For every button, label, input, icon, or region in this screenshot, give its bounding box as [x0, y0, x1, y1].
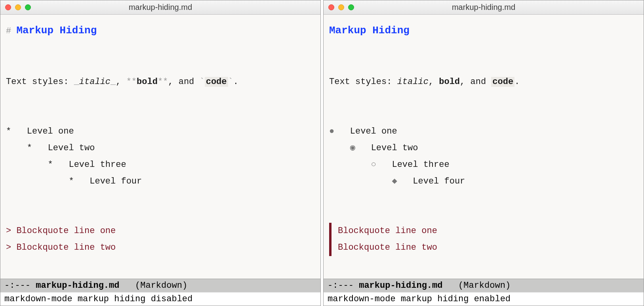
list-item-1: Level one	[350, 126, 397, 136]
sep2: , and	[460, 77, 491, 87]
minibuffer-right: markdown-mode markup hiding enabled	[324, 292, 644, 306]
list-item-4: Level four	[90, 176, 142, 186]
titlebar-left: markup-hiding.md	[0, 0, 320, 15]
traffic-lights	[5, 4, 31, 10]
list3-bullet: *	[6, 160, 69, 170]
text-prefix: Text styles:	[6, 77, 74, 87]
editor-left[interactable]: # Markup Hiding Text styles: _italic_, *…	[0, 15, 320, 279]
bold-text: bold	[137, 77, 158, 87]
blockquote-line-2: Blockquote line two	[338, 243, 437, 252]
minimize-icon[interactable]	[15, 4, 21, 10]
modeline-right: -:--- markup-hiding.md (Markdown)	[324, 279, 644, 292]
traffic-lights	[328, 4, 354, 10]
list-item-1: Level one	[27, 126, 74, 136]
italic-text: italic	[397, 77, 429, 87]
modeline-suffix: (Markdown)	[442, 281, 511, 291]
code-tick-close: `	[228, 77, 233, 87]
sep1: ,	[429, 77, 439, 87]
code-tick-open: `	[200, 77, 205, 87]
modeline-prefix: -:---	[328, 281, 359, 291]
italic-delim-close: _	[111, 77, 116, 87]
heading-text: Markup Hiding	[16, 25, 97, 36]
bullet-3-icon: ○	[329, 160, 392, 170]
modeline-prefix: -:---	[4, 281, 36, 291]
titlebar-right: markup-hiding.md	[324, 0, 644, 15]
window-title-right: markup-hiding.md	[324, 3, 644, 12]
sep1: ,	[116, 77, 126, 87]
fullscreen-icon[interactable]	[25, 4, 31, 10]
bullet-1-icon: ●	[329, 126, 350, 136]
code-text: code	[491, 77, 514, 87]
modeline-suffix: (Markdown)	[119, 281, 187, 291]
bold-delim-close: **	[158, 77, 168, 87]
window-title-left: markup-hiding.md	[0, 3, 320, 12]
period1: .	[514, 77, 520, 87]
modeline-file: markup-hiding.md	[36, 281, 119, 291]
right-pane: markup-hiding.md Markup Hiding Text styl…	[323, 0, 644, 306]
text-prefix: Text styles:	[329, 77, 397, 87]
modeline-file: markup-hiding.md	[359, 281, 442, 291]
fullscreen-icon[interactable]	[348, 4, 354, 10]
list-item-4: Level four	[413, 176, 465, 186]
bullet-4-icon: ◆	[329, 176, 413, 186]
heading-marker: #	[6, 26, 16, 36]
blockquote-line-1: Blockquote line one	[338, 226, 437, 236]
heading-text: Markup Hiding	[329, 25, 410, 36]
minimize-icon[interactable]	[338, 4, 344, 10]
editor-right[interactable]: Markup Hiding Text styles: italic, bold,…	[324, 15, 644, 279]
bullet-2-icon: ◉	[329, 143, 371, 153]
list-item-3: Level three	[69, 160, 126, 170]
minibuffer-left: markdown-mode markup hiding disabled	[0, 292, 320, 306]
list-item-3: Level three	[392, 160, 449, 170]
bold-text: bold	[439, 77, 460, 87]
code-text: code	[205, 77, 228, 87]
blockquote-line-1: Blockquote line one	[16, 226, 116, 236]
blockquote-marker-2: >	[6, 243, 16, 252]
list-item-2: Level two	[371, 143, 418, 153]
blockquote-line-2: Blockquote line two	[16, 243, 116, 252]
modeline-left: -:--- markup-hiding.md (Markdown)	[0, 279, 320, 292]
left-pane: markup-hiding.md # Markup Hiding Text st…	[0, 0, 321, 306]
italic-delim-open: _	[74, 77, 79, 87]
list-item-2: Level two	[48, 143, 95, 153]
list2-bullet: *	[6, 143, 48, 153]
italic-text: italic	[79, 77, 111, 87]
sep2: , and	[168, 77, 199, 87]
close-icon[interactable]	[5, 4, 11, 10]
blockquote: Blockquote line one Blockquote line two	[329, 223, 638, 256]
blockquote-marker-1: >	[6, 226, 16, 236]
list4-bullet: *	[6, 176, 90, 186]
bold-delim-open: **	[126, 77, 137, 87]
list1-bullet: *	[6, 126, 27, 136]
period1: .	[233, 77, 238, 87]
close-icon[interactable]	[328, 4, 334, 10]
